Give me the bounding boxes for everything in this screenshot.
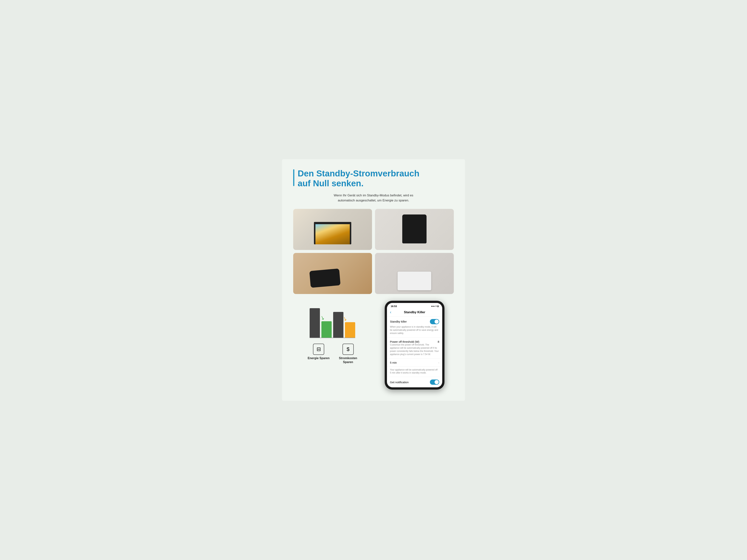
blue-accent-bar — [293, 169, 294, 186]
standby-killer-toggle[interactable] — [430, 319, 439, 324]
chevron-icon: › — [438, 361, 439, 364]
header-section: Den Standby-Stromverbrauch auf Null senk… — [293, 168, 454, 188]
notification-label: Get notification — [390, 381, 409, 384]
notification-toggle[interactable] — [430, 379, 439, 385]
energie-icon: ⊟ — [313, 344, 324, 355]
main-title: Den Standby-Stromverbrauch auf Null senk… — [298, 168, 419, 188]
phone-inner: 16:53 ●●● ▾ ▮ ‹ Standby Killer — [387, 303, 442, 387]
bar-chart: ↘ ↘ — [310, 304, 355, 338]
left-bottom: ↘ ↘ ⊟ Energie Sparen $ StromkostenSparen — [293, 301, 371, 364]
energie-label: Energie Sparen — [308, 356, 329, 360]
threshold-label: Power off threshold (W) — [390, 340, 419, 343]
phone-content: Standby killer When your appliance is in… — [387, 316, 442, 387]
bar-green — [321, 321, 332, 338]
phone-status-right: ●●● ▾ ▮ — [431, 305, 438, 308]
standby-killer-row: Standby killer — [390, 319, 439, 324]
standby-killer-label: Standby killer — [390, 320, 407, 323]
phone-back-button[interactable]: ‹ — [390, 310, 391, 315]
icon-stromkosten: $ StromkostenSparen — [339, 344, 357, 364]
notification-row: Get notification — [387, 377, 442, 387]
image-phone-charging — [293, 253, 372, 294]
bottom-section: ↘ ↘ ⊟ Energie Sparen $ StromkostenSparen — [293, 301, 454, 390]
phone-signal-icon: ●●● — [431, 305, 435, 307]
threshold-desc: Customize the power-off threshold. The a… — [390, 343, 439, 356]
chart-baseline — [310, 338, 355, 338]
image-coffee-machine — [375, 209, 454, 250]
bar-dark-1 — [310, 308, 320, 338]
title-line2: auf Null senken. — [298, 179, 364, 188]
phone-wifi-icon: ▾ — [436, 305, 437, 308]
phone-mockup: 16:53 ●●● ▾ ▮ ‹ Standby Killer — [385, 301, 444, 390]
phone-battery-icon: ▮ — [437, 305, 438, 308]
phone-header: ‹ Standby Killer — [387, 309, 442, 316]
five-min-label: 5 min — [390, 361, 397, 364]
five-min-row[interactable]: 5 min › — [387, 359, 442, 367]
right-bottom: 16:53 ●●● ▾ ▮ ‹ Standby Killer — [376, 301, 454, 390]
phone-status-bar: 16:53 ●●● ▾ ▮ — [387, 303, 442, 309]
threshold-row: Power off threshold (W) 8 — [390, 340, 439, 343]
stromkosten-label: StromkostenSparen — [339, 356, 357, 364]
bar-dark-2 — [333, 312, 343, 338]
page-container: Den Standby-Stromverbrauch auf Null senk… — [282, 159, 465, 401]
standby-killer-desc: When your appliance is in standby mode, … — [390, 325, 439, 335]
power-off-section: Power off threshold (W) 8 Customize the … — [387, 338, 442, 358]
icon-energie: ⊟ Energie Sparen — [308, 344, 329, 364]
phone-screen-title: Standby Killer — [404, 311, 425, 314]
title-line1: Den Standby-Stromverbrauch — [298, 168, 419, 178]
subtitle: Wenn Ihr Gerät sich im Standby-Modus bef… — [293, 193, 454, 203]
image-tv-room — [293, 209, 372, 250]
stromkosten-icon: $ — [342, 344, 354, 355]
arrow-green: ↘ — [319, 314, 326, 321]
icons-row: ⊟ Energie Sparen $ StromkostenSparen — [308, 344, 357, 364]
standby-killer-section: Standby killer When your appliance is in… — [387, 316, 442, 338]
bar-orange — [345, 322, 355, 338]
image-grid — [293, 209, 454, 294]
threshold-value: 8 — [438, 340, 439, 343]
five-min-desc: Your appliance will be automatically pow… — [387, 367, 442, 377]
image-printer — [375, 253, 454, 294]
phone-time: 16:53 — [391, 305, 397, 308]
